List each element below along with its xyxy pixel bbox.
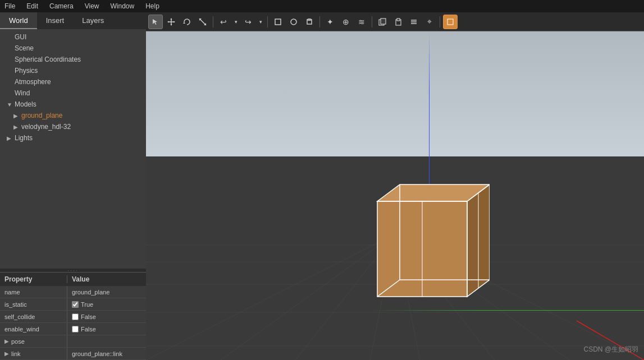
separator-1: [213, 16, 213, 27]
svg-point-11: [291, 19, 296, 25]
tree-item-lights[interactable]: ▶ Lights: [0, 132, 146, 144]
tab-insert[interactable]: Insert: [37, 12, 74, 29]
box-svg: [355, 162, 490, 319]
sphere-icon: [290, 18, 298, 26]
tree-item-wind[interactable]: Wind: [0, 87, 146, 99]
tool-select-button[interactable]: [148, 15, 163, 29]
svg-marker-6: [183, 22, 185, 24]
menu-file[interactable]: File: [2, 1, 17, 11]
tool-align-button[interactable]: [407, 15, 421, 29]
watermark: CSDN @生如昭羽: [583, 345, 638, 354]
main-layout: World Insert Layers GUI Scene Spherical …: [0, 12, 644, 360]
pose-expand-arrow: ▶: [4, 338, 9, 344]
is-static-checkbox[interactable]: [72, 301, 79, 308]
tab-world[interactable]: World: [0, 12, 37, 29]
translate-icon: [167, 18, 175, 26]
enable-wind-checkbox[interactable]: [72, 326, 79, 333]
menu-window[interactable]: Window: [108, 1, 137, 11]
prop-name-pose: ▶ pose: [0, 335, 67, 347]
menu-view[interactable]: View: [83, 1, 102, 11]
left-panel: World Insert Layers GUI Scene Spherical …: [0, 12, 146, 360]
svg-marker-5: [173, 21, 175, 22]
tree-panel: GUI Scene Spherical Coordinates Physics …: [0, 29, 146, 269]
tool-scale-button[interactable]: [195, 15, 210, 29]
tool-orange-button[interactable]: [443, 15, 458, 29]
props-header: Property Value: [0, 273, 146, 286]
menu-help[interactable]: Help: [143, 1, 162, 11]
col-header-value: Value: [67, 275, 94, 283]
tool-point-light-button[interactable]: ✦: [323, 15, 337, 29]
menu-bar: File Edit Camera View Window Help: [0, 0, 644, 12]
tool-translate-button[interactable]: [164, 15, 179, 29]
tool-cylinder-button[interactable]: [302, 15, 317, 29]
tool-sphere-button[interactable]: [286, 15, 301, 29]
svg-rect-21: [447, 19, 453, 25]
tool-undo-dropdown[interactable]: ▾: [232, 15, 240, 29]
svg-rect-10: [275, 19, 281, 25]
prop-row-self-collide: self_collide False: [0, 311, 146, 323]
box-icon: [274, 18, 282, 26]
tool-snap-button[interactable]: ⌖: [422, 15, 437, 29]
tool-redo-dropdown[interactable]: ▾: [257, 15, 264, 29]
svg-rect-17: [397, 19, 400, 21]
3d-box: [355, 162, 490, 321]
tree-item-spherical[interactable]: Spherical Coordinates: [0, 54, 146, 65]
tool-rotate-button[interactable]: [180, 15, 194, 29]
menu-camera[interactable]: Camera: [47, 1, 76, 11]
prop-value-link: ground_plane::link: [67, 350, 127, 357]
prop-value-self-collide[interactable]: False: [67, 313, 101, 320]
rotate-icon: [183, 18, 191, 26]
canvas-area[interactable]: .grid-line { stroke: #555; stroke-width:…: [146, 31, 644, 360]
scale-icon: [199, 18, 207, 26]
col-header-property: Property: [0, 275, 67, 283]
svg-marker-2: [171, 18, 172, 20]
tree-item-ground-plane[interactable]: ▶ ground_plane: [0, 110, 146, 121]
tab-layers[interactable]: Layers: [73, 12, 113, 29]
tab-bar: World Insert Layers: [0, 12, 146, 29]
svg-marker-3: [171, 24, 172, 26]
separator-4: [372, 16, 372, 27]
tool-paste-button[interactable]: [391, 15, 405, 29]
svg-marker-4: [167, 21, 169, 22]
viewport: ↩ ▾ ↪ ▾: [146, 12, 644, 360]
copy-icon: [378, 18, 386, 26]
prop-value-is-static[interactable]: True: [67, 301, 98, 308]
prop-row-link[interactable]: ▶ link ground_plane::link: [0, 348, 146, 360]
prop-row-name: name ground_plane: [0, 286, 146, 298]
tool-dir-light-button[interactable]: ≋: [354, 15, 369, 29]
tool-spot-light-button[interactable]: ⊕: [339, 15, 353, 29]
select-icon: [152, 18, 159, 26]
paste-icon: [394, 18, 402, 26]
orange-tool-icon: [446, 18, 454, 26]
tree-item-physics[interactable]: Physics: [0, 65, 146, 76]
separator-2: [267, 16, 268, 27]
sky-background: [146, 31, 644, 163]
link-expand-arrow: ▶: [4, 350, 9, 357]
svg-rect-15: [381, 19, 386, 24]
prop-value-name: ground_plane: [67, 289, 114, 296]
prop-row-enable-wind: enable_wind False: [0, 323, 146, 335]
tree-item-gui[interactable]: GUI: [0, 31, 146, 43]
cylinder-icon: [305, 18, 313, 26]
prop-value-enable-wind[interactable]: False: [67, 326, 101, 333]
prop-name-name: name: [0, 286, 67, 298]
toolbar: ↩ ▾ ↪ ▾: [146, 12, 644, 31]
separator-5: [440, 16, 440, 27]
tree-item-scene[interactable]: Scene: [0, 43, 146, 54]
prop-name-self-collide: self_collide: [0, 311, 67, 322]
prop-name-link: ▶ link: [0, 348, 67, 359]
tree-item-models[interactable]: ▼ Models: [0, 99, 146, 110]
tree-item-atmosphere[interactable]: Atmosphere: [0, 76, 146, 87]
prop-row-pose[interactable]: ▶ pose: [0, 335, 146, 348]
tool-copy-button[interactable]: [375, 15, 390, 29]
prop-name-enable-wind: enable_wind: [0, 323, 67, 335]
prop-row-is-static: is_static True: [0, 298, 146, 311]
tool-redo-button[interactable]: ↪: [241, 15, 255, 29]
tool-box-button[interactable]: [271, 15, 285, 29]
prop-name-is-static: is_static: [0, 298, 67, 310]
menu-edit[interactable]: Edit: [24, 1, 40, 11]
tool-undo-button[interactable]: ↩: [216, 15, 231, 29]
self-collide-checkbox[interactable]: [72, 313, 79, 320]
separator-3: [319, 16, 320, 27]
tree-item-velodyne[interactable]: ▶ velodyne_hdl-32: [0, 121, 146, 132]
